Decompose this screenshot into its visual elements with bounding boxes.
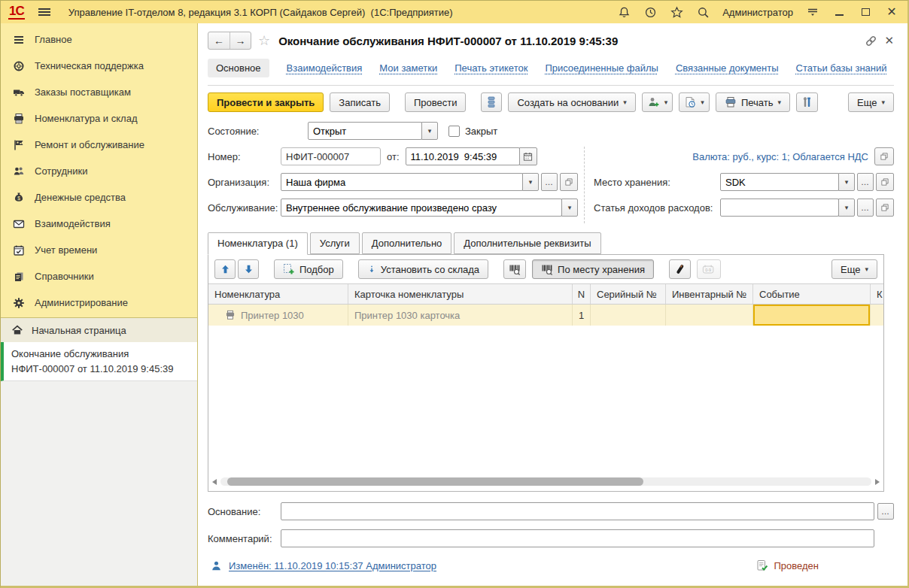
sidebar-item-interactions[interactable]: Взаимодействия	[1, 211, 197, 237]
tab-attached-files[interactable]: Присоединенные файлы	[545, 62, 658, 74]
maximize-button[interactable]	[859, 5, 872, 19]
col-qty[interactable]: К	[871, 284, 883, 304]
horizontal-scrollbar[interactable]	[212, 476, 880, 487]
set-from-stock-button[interactable]: Установить со склада	[358, 259, 488, 279]
organization-field[interactable]: Наша фирма	[281, 173, 523, 191]
service-dropdown-icon[interactable]: ▾	[561, 199, 578, 217]
get-link-icon[interactable]	[865, 34, 877, 47]
favorite-star-icon[interactable]: ☆	[258, 32, 270, 49]
tab-label-printing[interactable]: Печать этикеток	[454, 62, 527, 74]
nomenclature-cell[interactable]: Принтер 1030	[208, 305, 348, 326]
data-collection-terminal-button[interactable]	[669, 259, 691, 279]
forward-arrow-icon[interactable]: →	[230, 32, 251, 49]
col-nomenclature[interactable]: Номенклатура	[208, 284, 348, 304]
storage-choose-icon[interactable]: …	[857, 173, 874, 191]
close-window-button[interactable]: ✕	[885, 5, 898, 19]
tab-additional[interactable]: Дополнительно	[362, 232, 452, 254]
table-more-button[interactable]: Еще▾	[831, 259, 877, 279]
tab-main[interactable]: Основное	[208, 59, 269, 77]
barcode-scan-button[interactable]	[503, 259, 526, 279]
scheduled-document-button[interactable]: ▾	[679, 92, 710, 112]
col-inventory[interactable]: Инвентарный №	[666, 284, 753, 304]
table-row[interactable]: Принтер 1030 Принтер 1030 карточка 1	[208, 305, 883, 326]
income-choose-icon[interactable]: …	[857, 199, 874, 217]
currency-link[interactable]: Валюта: руб., курс: 1; Облагается НДС	[692, 151, 868, 162]
storage-open-icon[interactable]	[876, 173, 894, 191]
organization-choose-icon[interactable]: …	[541, 173, 558, 191]
main-menu-icon[interactable]	[38, 8, 50, 16]
service-menu-icon[interactable]	[806, 5, 819, 19]
document-structure-button[interactable]	[481, 92, 502, 112]
scroll-right-icon[interactable]	[875, 479, 880, 485]
sidebar-item-repair-service[interactable]: Ремонт и обслуживание	[1, 132, 197, 158]
sidebar-item-main[interactable]: Главное	[1, 26, 197, 53]
home-page-tab[interactable]: Начальная страница	[1, 317, 197, 342]
currency-open-icon[interactable]	[874, 147, 894, 165]
favorites-star-icon[interactable]	[670, 5, 683, 19]
sidebar-item-supplier-orders[interactable]: Заказы поставщикам	[1, 79, 197, 105]
history-icon[interactable]	[643, 5, 657, 19]
sidebar-item-nomenclature-warehouse[interactable]: Номенклатура и склад	[1, 105, 197, 132]
state-dropdown-icon[interactable]: ▾	[421, 122, 438, 140]
storage-field[interactable]: SDK	[720, 173, 839, 191]
tab-knowledge-base[interactable]: Статьи базы знаний	[796, 62, 887, 74]
sidebar-item-tech-support[interactable]: Техническая поддержка	[1, 53, 197, 79]
storage-dropdown-icon[interactable]: ▾	[838, 173, 855, 191]
income-expense-field[interactable]	[720, 199, 839, 217]
col-n[interactable]: N	[573, 284, 591, 304]
comment-field[interactable]	[281, 529, 874, 547]
tab-my-notes[interactable]: Мои заметки	[379, 62, 437, 74]
income-dropdown-icon[interactable]: ▾	[838, 199, 855, 217]
close-document-icon[interactable]: ✕	[884, 34, 894, 47]
create-based-on-button[interactable]: Создать на основании▾	[508, 92, 635, 112]
sidebar-item-catalogs[interactable]: Справочники	[1, 263, 197, 289]
pick-button[interactable]: Подбор	[274, 259, 343, 279]
more-button[interactable]: Еще▾	[848, 92, 894, 112]
post-and-close-button[interactable]: Провести и закрыть	[208, 92, 324, 112]
back-arrow-icon[interactable]: ←	[208, 32, 230, 49]
organization-dropdown-icon[interactable]: ▾	[522, 173, 539, 191]
basis-field[interactable]	[281, 502, 874, 520]
write-button[interactable]: Записать	[330, 92, 390, 112]
add-contact-button[interactable]: ▾	[642, 92, 673, 112]
sidebar-item-money[interactable]: $ Денежные средства	[1, 184, 197, 211]
col-event[interactable]: Событие	[753, 284, 871, 304]
state-select[interactable]: Открыт	[308, 122, 422, 140]
service-tools-button[interactable]	[796, 92, 818, 112]
qty-cell[interactable]	[871, 305, 883, 326]
post-button[interactable]: Провести	[405, 92, 467, 112]
service-field[interactable]: Внутреннее обслуживание произведено сраз…	[281, 199, 562, 217]
tab-nomenclature[interactable]: Номенклатура (1)	[208, 232, 308, 255]
modified-link[interactable]: Изменён: 11.10.2019 10:15:37 Администрат…	[229, 560, 436, 571]
by-storage-place-button[interactable]: По месту хранения	[532, 259, 654, 279]
inventory-cell[interactable]	[666, 305, 753, 326]
minimize-button[interactable]	[832, 5, 846, 19]
organization-open-icon[interactable]	[560, 173, 578, 191]
sidebar-item-employees[interactable]: Сотрудники	[1, 158, 197, 184]
search-icon[interactable]	[696, 5, 710, 19]
tab-interactions[interactable]: Взаимодействия	[287, 62, 363, 74]
col-serial[interactable]: Серийный №	[591, 284, 666, 304]
card-cell[interactable]: Принтер 1030 карточка	[348, 305, 573, 326]
move-down-button[interactable]	[238, 259, 259, 279]
date-field[interactable]: 11.10.2019 9:45:39	[406, 147, 520, 165]
col-card[interactable]: Карточка номенклатуры	[348, 284, 573, 304]
event-cell-selected[interactable]	[753, 305, 871, 326]
tab-related-documents[interactable]: Связанные документы	[676, 62, 779, 74]
sidebar-item-time-tracking[interactable]: Учет времени	[1, 237, 197, 263]
n-cell[interactable]: 1	[573, 305, 591, 326]
closed-checkbox[interactable]	[448, 126, 460, 137]
income-open-icon[interactable]	[876, 199, 894, 217]
date-calendar-icon[interactable]	[519, 147, 537, 165]
number-field[interactable]: НФИТ-000007	[281, 147, 381, 165]
quantity-input-button[interactable]: 0-9	[697, 259, 721, 279]
scrollbar-thumb[interactable]	[227, 477, 644, 486]
serial-cell[interactable]	[591, 305, 666, 326]
print-button[interactable]: Печать▾	[716, 92, 790, 112]
open-document-tab[interactable]: Окончание обслуживания НФИТ-000007 от 11…	[1, 342, 197, 381]
tab-additional-attributes[interactable]: Дополнительные реквизиты	[454, 232, 600, 254]
sidebar-item-administration[interactable]: Администрирование	[1, 289, 197, 316]
tab-services[interactable]: Услуги	[310, 232, 360, 254]
move-up-button[interactable]	[214, 259, 236, 279]
current-user[interactable]: Администратор	[722, 7, 793, 18]
